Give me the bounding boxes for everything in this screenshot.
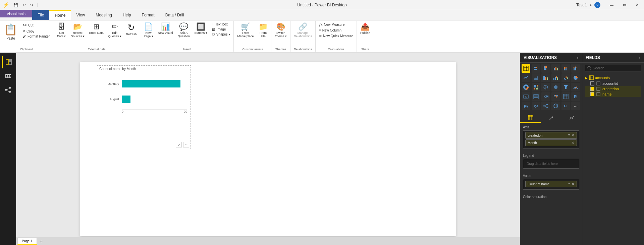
vis-icon-area[interactable] bbox=[532, 73, 540, 82]
vis-icon-map[interactable] bbox=[541, 83, 550, 91]
vis-icon-filled-map[interactable] bbox=[551, 83, 560, 91]
vis-icon-bar[interactable] bbox=[532, 64, 540, 73]
redo-button[interactable]: ↪ bbox=[29, 2, 35, 8]
vis-tab-format[interactable] bbox=[541, 113, 561, 123]
expand-visual-button[interactable]: ⤢ bbox=[176, 142, 182, 147]
axis-label-0: 0 bbox=[122, 110, 123, 113]
visual-options-button[interactable]: ··· bbox=[183, 142, 189, 147]
enter-data-button[interactable]: ⊞ Enter Data bbox=[87, 22, 106, 36]
vis-tab-fields[interactable] bbox=[520, 113, 541, 123]
tab-view[interactable]: View bbox=[71, 10, 90, 20]
axis-field-createdon-remove[interactable]: ✕ bbox=[571, 133, 575, 138]
field-item-name[interactable]: name bbox=[585, 91, 641, 97]
vis-icon-stacked-bar[interactable] bbox=[541, 64, 550, 73]
vis-tab-analytics[interactable] bbox=[561, 113, 582, 123]
vis-icon-donut[interactable] bbox=[522, 83, 530, 91]
close-button[interactable]: ✕ bbox=[633, 0, 641, 10]
expand-vis-icon[interactable]: › bbox=[577, 55, 579, 60]
new-visual-button[interactable]: 📊 New Visual bbox=[156, 22, 175, 36]
manage-relationships-button[interactable]: 🔗 ManageRelationships bbox=[292, 22, 314, 39]
new-column-label: New Column bbox=[322, 28, 341, 32]
vis-icon-more[interactable]: ··· bbox=[571, 102, 580, 110]
copy-button[interactable]: ⧉ Copy bbox=[21, 28, 52, 34]
report-view-icon[interactable] bbox=[2, 56, 14, 68]
vis-icon-treemap[interactable] bbox=[532, 83, 540, 91]
new-measure-button[interactable]: ƒx New Measure bbox=[317, 22, 355, 27]
text-box-button[interactable]: T Text box bbox=[210, 22, 232, 27]
page-canvas[interactable]: Count of name by Month January August bbox=[80, 62, 456, 236]
tab-data-drill[interactable]: Data / Drill bbox=[160, 10, 190, 20]
vis-icon-funnel[interactable] bbox=[561, 83, 570, 91]
ask-question-button[interactable]: 💬 Ask AQuestion bbox=[176, 22, 192, 39]
help-icon[interactable]: ? bbox=[594, 2, 600, 8]
undo-button[interactable]: ↩ bbox=[21, 2, 27, 8]
vis-icon-table[interactable] bbox=[522, 64, 530, 73]
tab-format[interactable]: Format bbox=[137, 10, 160, 20]
get-data-button[interactable]: 🗄 GetData ▾ bbox=[55, 22, 68, 39]
value-field-remove[interactable]: ✕ bbox=[571, 182, 575, 186]
tab-home[interactable]: Home bbox=[49, 10, 71, 20]
vis-icon-kpi[interactable]: KPI bbox=[541, 92, 550, 101]
switch-theme-button[interactable]: 🎨 SwitchTheme ▾ bbox=[273, 22, 289, 39]
save-button[interactable]: 💾 bbox=[12, 2, 20, 8]
vis-icon-line[interactable] bbox=[522, 73, 530, 82]
tab-modeling[interactable]: Modeling bbox=[90, 10, 117, 20]
cut-button[interactable]: ✂ Cut bbox=[21, 22, 52, 28]
vis-icon-stacked-col[interactable] bbox=[561, 64, 570, 73]
add-page-button[interactable]: + bbox=[38, 238, 45, 244]
from-marketplace-button[interactable]: 🛒 FromMarketplace bbox=[235, 22, 256, 39]
publish-button[interactable]: 📤 Publish bbox=[358, 22, 372, 36]
vis-icon-slicer[interactable] bbox=[551, 92, 560, 101]
search-input[interactable] bbox=[593, 66, 639, 70]
vis-icon-pie[interactable] bbox=[571, 73, 580, 82]
table-header-accounts[interactable]: ▶ accounts bbox=[585, 75, 641, 81]
from-file-button[interactable]: 📁 FromFile bbox=[256, 22, 270, 39]
edit-queries-button[interactable]: ✏ EditQueries ▾ bbox=[106, 22, 123, 39]
vis-icon-matrix[interactable] bbox=[561, 92, 570, 101]
vis-icon-ribbon[interactable] bbox=[541, 73, 550, 82]
minimize-button[interactable]: — bbox=[607, 0, 616, 10]
axis-field-month-remove[interactable]: ✕ bbox=[571, 140, 575, 145]
recent-sources-button[interactable]: 📂 RecentSources ▾ bbox=[69, 22, 87, 39]
field-item-createdon[interactable]: createdon bbox=[585, 86, 641, 91]
vis-icon-globe[interactable] bbox=[551, 102, 560, 110]
buttons-button[interactable]: 🔲 Buttons ▾ bbox=[193, 22, 209, 36]
new-quick-measure-button[interactable]: ≋ New Quick Measure bbox=[317, 33, 355, 39]
vis-icon-ai[interactable]: AI bbox=[561, 102, 570, 110]
vis-icon-gauge[interactable] bbox=[571, 83, 580, 91]
vis-icon-python[interactable]: Py bbox=[522, 102, 530, 110]
legend-drop-zone[interactable]: Drag data fields here bbox=[523, 159, 579, 169]
vis-icon-multi-row[interactable] bbox=[532, 92, 540, 101]
tab-file[interactable]: File bbox=[32, 10, 49, 20]
image-button[interactable]: 🖼 Image bbox=[210, 27, 232, 32]
tab-help[interactable]: Help bbox=[117, 10, 137, 20]
expand-fields-icon[interactable]: › bbox=[639, 55, 641, 60]
value-drop-zone[interactable]: Count of name ▾ ✕ bbox=[523, 179, 579, 190]
refresh-button[interactable]: ↻ Refresh bbox=[124, 22, 139, 37]
new-page-button[interactable]: 📄 NewPage ▾ bbox=[142, 22, 155, 39]
axis-drop-zone[interactable]: createdon ▾ ✕ Month ✕ bbox=[523, 130, 579, 148]
paste-button[interactable]: 📋 Paste bbox=[1, 22, 20, 46]
vis-icon-card[interactable]: 42 bbox=[522, 92, 530, 101]
visual-tools-tab[interactable]: Visual tools bbox=[0, 10, 32, 17]
collapse-ribbon-icon[interactable]: ▲ bbox=[589, 3, 592, 7]
color-saturation-section: Color saturation bbox=[520, 193, 582, 202]
vis-icon-waterfall[interactable] bbox=[551, 73, 560, 82]
vis-icon-qna[interactable]: Q&A bbox=[532, 102, 540, 110]
vis-icon-col[interactable] bbox=[551, 64, 560, 73]
maximize-button[interactable]: ▭ bbox=[620, 0, 629, 10]
axis-field-createdon-down[interactable]: ▾ bbox=[568, 133, 570, 138]
vis-icon-decomp[interactable] bbox=[541, 102, 550, 110]
vis-icon-r[interactable]: R bbox=[571, 92, 580, 101]
vis-icon-scatter[interactable] bbox=[561, 73, 570, 82]
model-view-icon[interactable] bbox=[2, 84, 14, 97]
vis-icon-line-col[interactable] bbox=[571, 64, 580, 73]
field-item-accountid[interactable]: accountid bbox=[585, 81, 641, 86]
shapes-button[interactable]: ⬡ Shapes ▾ bbox=[210, 32, 232, 37]
format-painter-button[interactable]: 🖌 Format Painter bbox=[21, 34, 52, 39]
value-field-down[interactable]: ▾ bbox=[568, 182, 570, 186]
page-tab-1[interactable]: Page 1 bbox=[17, 238, 37, 245]
bar-chart-visual[interactable]: Count of name by Month January August bbox=[97, 65, 191, 149]
data-view-icon[interactable] bbox=[2, 70, 14, 82]
new-column-button[interactable]: ≡ New Column bbox=[317, 27, 355, 33]
